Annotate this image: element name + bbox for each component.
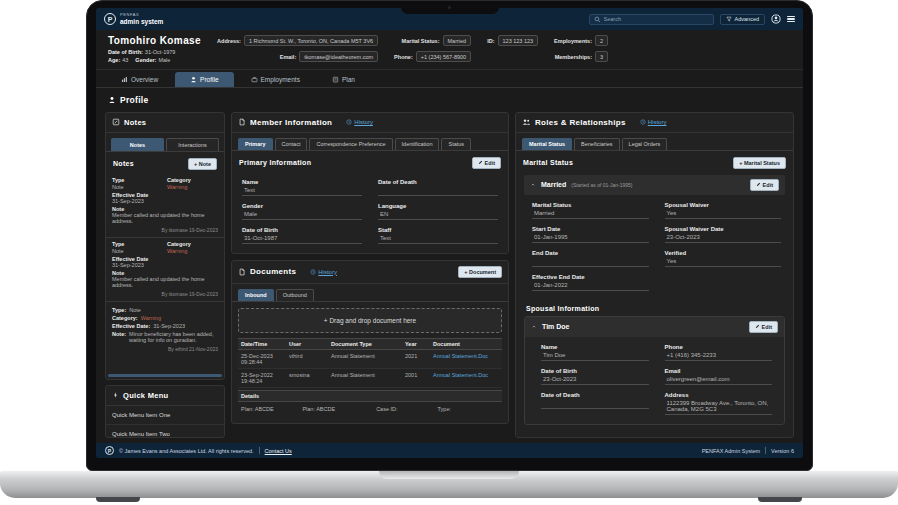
primary-info-fields: NameText Date of Death GenderMale Langua…: [232, 173, 508, 253]
employments-count: 2: [595, 35, 608, 46]
summary-email: Email:tkomase@ideatheorem.com: [217, 51, 378, 62]
quick-menu-card: Quick Menu Quick Menu Item One Quick Men…: [105, 385, 225, 439]
edit-spouse-button[interactable]: Edit: [749, 321, 778, 333]
field-spouse-phone: Phone+1 (416) 345-2233: [665, 344, 773, 361]
documents-history-link[interactable]: History: [310, 269, 337, 275]
tab-profile[interactable]: Profile: [175, 72, 233, 87]
lightning-icon: [112, 391, 119, 399]
document-row[interactable]: 25-Dec-202309:28:44 vthird Annual Statem…: [238, 350, 502, 369]
tab-employments[interactable]: Employments: [236, 72, 315, 87]
roles-subtabs: Marital Status Beneficiaries Legal Order…: [516, 133, 793, 151]
member-information-header: Member Information History: [232, 113, 508, 133]
camera-dot: [448, 6, 451, 9]
subtab-identification[interactable]: Identification: [395, 138, 440, 150]
contact-us-link[interactable]: Contact Us: [265, 448, 292, 454]
search-box[interactable]: [589, 14, 714, 25]
document-row[interactable]: 23-Sep-202219:48:24 smosina Annual State…: [238, 369, 502, 388]
advanced-filter-button[interactable]: Advanced: [720, 14, 765, 25]
document-icon: [238, 268, 246, 276]
add-document-button[interactable]: + Document: [458, 266, 502, 278]
subtab-status[interactable]: Status: [441, 138, 471, 150]
field-spousal-waiver: Spousal WaiverYes: [665, 202, 782, 219]
field-spouse-name: NameTim Doe: [541, 344, 649, 361]
member-identity: Tomohiro Komase Date of Birth:31-Oct-197…: [108, 35, 201, 63]
chevron-up-icon: [531, 324, 537, 329]
pencil-icon: [756, 182, 761, 187]
tab-plan[interactable]: Plan: [317, 72, 370, 87]
field-spousal-waiver-date: Spousal Waiver Date23-Oct-2023: [665, 226, 782, 243]
note-byline: By ethird 21-Nov-2023: [112, 346, 218, 352]
account-icon[interactable]: [771, 14, 781, 24]
subtab-legal-orders[interactable]: Legal Orders: [622, 138, 668, 150]
field-language: LanguageEN: [378, 203, 498, 220]
memberships-count: 3: [595, 51, 608, 62]
notes-section-title: Notes: [113, 160, 134, 167]
spouse-accordion-header[interactable]: Tim Doe Edit: [525, 317, 784, 337]
member-summary-header: Tomohiro Komase Date of Birth:31-Oct-197…: [96, 30, 803, 70]
clipboard-icon: [332, 76, 339, 83]
documents-table-header: Date/Time User Document Type Year Docume…: [238, 338, 502, 350]
search-input[interactable]: [604, 16, 709, 22]
edit-marital-button[interactable]: Edit: [750, 179, 779, 191]
subtab-beneficiaries[interactable]: Beneficiaries: [574, 138, 620, 150]
married-accordion-header[interactable]: Married (Started as of 01-Jan-1995) Edit: [524, 175, 785, 195]
member-info-history-link[interactable]: History: [346, 119, 373, 125]
subtab-primary[interactable]: Primary: [238, 138, 273, 150]
roles-history-link[interactable]: History: [640, 119, 667, 125]
subtab-inbound[interactable]: Inbound: [238, 289, 274, 301]
document-dropzone[interactable]: + Drag and drop document here: [238, 308, 502, 333]
edit-primary-info-button[interactable]: Edit: [472, 157, 501, 169]
married-title: Married: [541, 181, 566, 188]
subtab-correspondence-preference[interactable]: Correspondence Preference: [309, 138, 392, 150]
tab-notes[interactable]: Notes: [111, 138, 164, 151]
page-title: Profile: [96, 88, 803, 110]
document-link[interactable]: Annual Statement.Doc: [433, 372, 499, 378]
advanced-label: Advanced: [735, 16, 759, 22]
pencil-icon: [478, 160, 483, 165]
documents-table: Date/Time User Document Type Year Docume…: [238, 338, 502, 417]
quick-menu-header: Quick Menu: [106, 386, 224, 406]
footer-divider: [259, 447, 260, 454]
summary-marital-status: Marital Status:Married: [394, 35, 471, 46]
email-value: tkomase@ideatheorem.com: [299, 51, 378, 62]
person-icon: [190, 76, 197, 83]
quick-menu-item-two[interactable]: Quick Menu Item Two: [106, 425, 224, 439]
notes-card-header: Notes: [106, 113, 224, 133]
notes-card-title: Notes: [124, 118, 146, 127]
field-verified: VerifiedYes: [665, 250, 782, 267]
field-spouse-email: Emailolivergreen@email.com: [665, 368, 773, 385]
subtab-contact[interactable]: Contact: [275, 138, 308, 150]
menu-hamburger-icon[interactable]: [787, 16, 795, 23]
summary-phone: Phone:+1 (234) 567-8900: [394, 51, 471, 62]
quick-menu-item-one[interactable]: Quick Menu Item One: [106, 406, 224, 425]
roles-header: Roles & Relationships History: [516, 113, 793, 133]
member-name: Tomohiro Komase: [108, 35, 201, 46]
chevron-up-icon: [530, 182, 536, 187]
note-category-warning: Warning: [167, 184, 218, 190]
field-date-of-death: Date of Death: [378, 179, 498, 196]
camera-notch: [401, 1, 499, 14]
note-byline: By tkomase 19-Dec-2023: [112, 227, 218, 233]
tab-interactions[interactable]: Interactions: [166, 138, 219, 151]
add-marital-status-button[interactable]: + Marital Status: [733, 157, 786, 169]
footer-divider: [765, 447, 766, 454]
notes-scrollbar[interactable]: [108, 374, 222, 377]
documents-card: Documents History + Document Inbound Out…: [231, 260, 509, 424]
tab-overview[interactable]: Overview: [106, 72, 173, 87]
document-link[interactable]: Annual Statement.Doc: [433, 353, 499, 359]
marital-status-section-row: Marital Status + Marital Status: [516, 151, 793, 173]
documents-title: Documents: [250, 267, 296, 276]
summary-employments: Employments:2: [554, 35, 608, 46]
add-note-button[interactable]: + Note: [188, 158, 217, 170]
footer-version: Version 6: [771, 448, 794, 454]
filter-funnel-icon: [726, 16, 732, 22]
member-information-card: Member Information History Primary Conta…: [231, 112, 509, 254]
chart-icon: [121, 76, 128, 83]
subtab-marital-status[interactable]: Marital Status: [522, 138, 572, 150]
subtab-outbound[interactable]: Outbound: [276, 289, 314, 301]
marital-fields: Marital StatusMarried Spousal WaiverYes …: [516, 195, 793, 300]
brand-name-label: admin system: [120, 18, 163, 25]
laptop-mockup: P PENFAX admin system: [0, 0, 898, 505]
note-item-3: Type:Note Category:Warning Effective Dat…: [106, 302, 224, 356]
spousal-information-title: Spousal Information: [516, 300, 793, 312]
